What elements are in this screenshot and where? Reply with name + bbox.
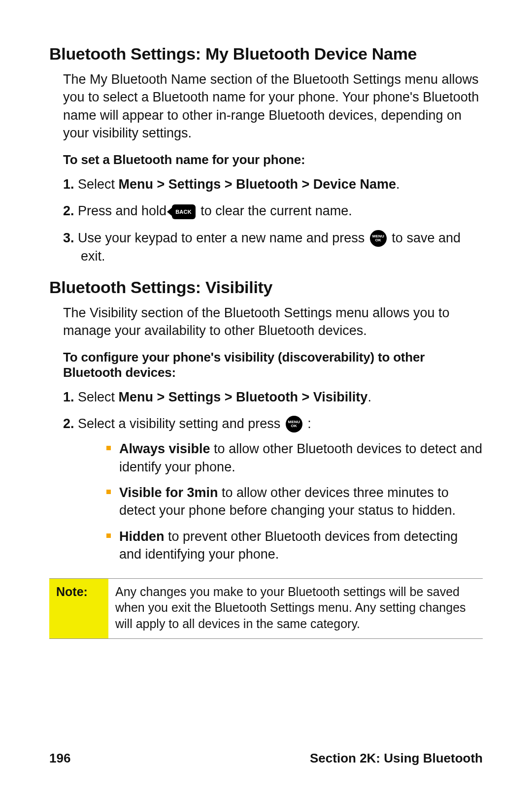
back-key-icon: BACK — [172, 204, 196, 219]
menu-ok-key-icon: MENUOK — [286, 416, 302, 432]
note-box: Note: Any changes you make to your Bluet… — [49, 578, 483, 639]
intro-device-name: The My Bluetooth Name section of the Blu… — [63, 70, 483, 142]
step-text-post: . — [367, 390, 371, 404]
icon-label: OK — [291, 424, 297, 428]
intro-visibility: The Visibility section of the Bluetooth … — [63, 304, 483, 340]
step-text-pre: Select a visibility setting and press — [78, 416, 284, 431]
option-rest: to prevent other Bluetooth devices from … — [119, 529, 458, 562]
heading-visibility: Bluetooth Settings: Visibility — [49, 278, 483, 297]
step-text-post: . — [396, 177, 400, 192]
step-number: 3. — [63, 229, 78, 247]
lead-visibility: To configure your phone's visibility (di… — [63, 350, 483, 380]
visibility-options: Always visible to allow other Bluetooth … — [81, 440, 483, 564]
step-item: 2.Select a visibility setting and press … — [63, 415, 483, 564]
step-item: 1.Select Menu > Settings > Bluetooth > V… — [63, 388, 483, 406]
steps-visibility: 1.Select Menu > Settings > Bluetooth > V… — [49, 388, 483, 564]
option-bold: Always visible — [119, 441, 210, 456]
heading-device-name: Bluetooth Settings: My Bluetooth Device … — [49, 44, 483, 64]
list-item: Visible for 3min to allow other devices … — [106, 484, 483, 520]
menu-ok-key-icon: MENUOK — [370, 230, 387, 247]
step-text-pre: Use your keypad to enter a new name and … — [78, 231, 368, 245]
note-text: Any changes you make to your Bluetooth s… — [108, 578, 483, 639]
page-footer: 196 Section 2K: Using Bluetooth — [49, 751, 483, 766]
note-label: Note: — [49, 578, 108, 639]
section-label: Section 2K: Using Bluetooth — [310, 751, 483, 766]
step-text-bold: Menu > Settings > Bluetooth > Device Nam… — [119, 177, 396, 192]
step-text-post: : — [307, 416, 311, 431]
step-number: 2. — [63, 415, 78, 432]
step-text-pre: Select — [78, 177, 119, 192]
step-number: 1. — [63, 175, 78, 193]
step-text-pre: Press and hold — [78, 203, 170, 218]
option-bold: Visible for 3min — [119, 485, 218, 500]
icon-label: BACK — [175, 208, 192, 216]
option-bold: Hidden — [119, 529, 165, 544]
step-text-pre: Select — [78, 390, 119, 404]
step-item: 2.Press and hold BACK to clear the curre… — [63, 202, 483, 220]
page: Bluetooth Settings: My Bluetooth Device … — [0, 0, 532, 798]
lead-device-name: To set a Bluetooth name for your phone: — [63, 152, 483, 167]
step-number: 2. — [63, 202, 78, 220]
step-text-post: to clear the current name. — [200, 203, 352, 218]
icon-label: OK — [375, 238, 381, 242]
page-number: 196 — [49, 751, 70, 766]
steps-device-name: 1.Select Menu > Settings > Bluetooth > D… — [49, 175, 483, 265]
list-item: Always visible to allow other Bluetooth … — [106, 440, 483, 476]
step-text-bold: Menu > Settings > Bluetooth > Visibility — [119, 390, 368, 404]
step-number: 1. — [63, 388, 78, 406]
list-item: Hidden to prevent other Bluetooth device… — [106, 528, 483, 564]
step-item: 3.Use your keypad to enter a new name an… — [63, 229, 483, 265]
step-item: 1.Select Menu > Settings > Bluetooth > D… — [63, 175, 483, 193]
